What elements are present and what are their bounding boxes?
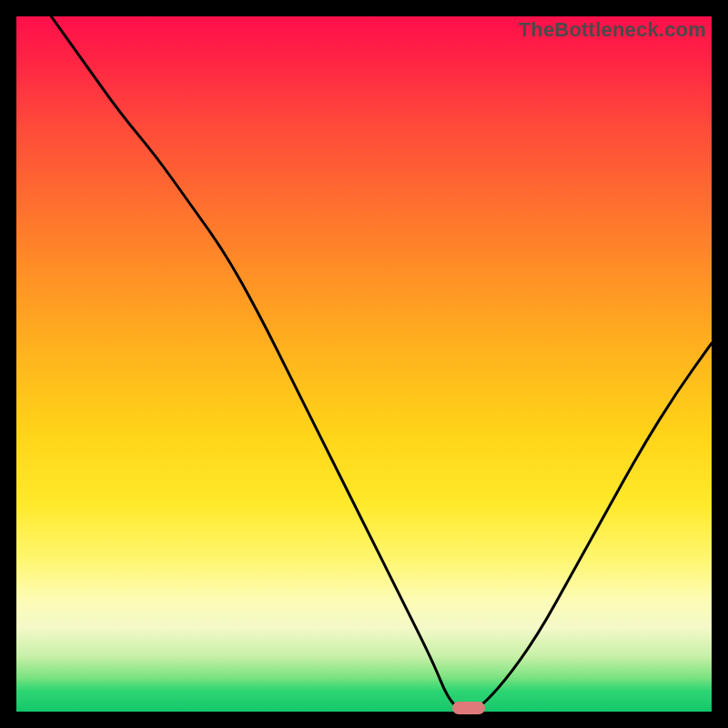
chart-frame: TheBottleneck.com	[0, 0, 728, 728]
optimum-marker	[452, 702, 485, 714]
plot-area: TheBottleneck.com	[16, 16, 712, 712]
bottleneck-curve	[16, 16, 712, 712]
